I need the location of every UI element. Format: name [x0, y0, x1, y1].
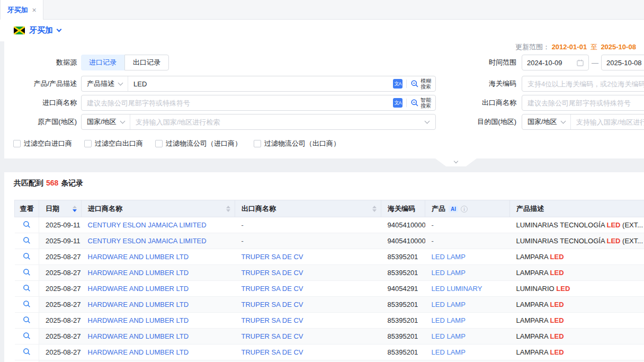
- importer-link[interactable]: HARDWARE AND LUMBER LTD: [88, 332, 189, 340]
- table-row: 2025-08-27 HARDWARE AND LUMBER LTD TRUPE…: [15, 313, 644, 329]
- view-record-button[interactable]: [23, 268, 31, 278]
- smart-search-button[interactable]: 智能 搜索: [410, 97, 435, 109]
- origin-search-input[interactable]: [130, 114, 425, 129]
- destination-country-select[interactable]: 国家/地区: [522, 114, 571, 129]
- sort-icon[interactable]: [226, 206, 230, 212]
- checkbox-filter-logistics-exporter[interactable]: 过滤物流公司（出口商）: [254, 139, 340, 148]
- tab-jamaica[interactable]: 牙买加 ×: [0, 0, 43, 20]
- magnifier-icon: [23, 284, 31, 292]
- checkbox-icon[interactable]: [84, 140, 92, 147]
- collapse-filter-handle[interactable]: [435, 158, 477, 166]
- column-header-importer[interactable]: 进口商名称: [82, 200, 235, 217]
- cell-hs-code: 85395201: [381, 249, 425, 265]
- export-records-tab[interactable]: 出口记录: [124, 55, 169, 70]
- cell-hs-code: 85395201: [381, 313, 425, 329]
- sort-icon[interactable]: [372, 206, 377, 212]
- exporter-link[interactable]: TRUPER SA DE CV: [241, 348, 303, 356]
- country-dropdown-chevron-icon[interactable]: [57, 27, 62, 32]
- importer-link[interactable]: HARDWARE AND LUMBER LTD: [88, 348, 189, 356]
- exporter-link[interactable]: TRUPER SA DE CV: [241, 285, 303, 293]
- product-link[interactable]: LED LAMP: [432, 253, 466, 261]
- import-records-tab[interactable]: 进口记录: [81, 55, 124, 70]
- product-link[interactable]: LED LAMP: [432, 348, 466, 356]
- view-record-button[interactable]: [23, 220, 31, 230]
- view-record-button[interactable]: [23, 348, 31, 357]
- importer-link[interactable]: CENTURY ESLON JAMAICA LIMITED: [88, 221, 207, 229]
- view-record-button[interactable]: [23, 284, 31, 294]
- cell-product-description: LAMPARA LED: [510, 249, 644, 265]
- fuzzy-search-line2: 搜索: [421, 84, 431, 90]
- table-row: 2025-08-27 HARDWARE AND LUMBER LTD TRUPE…: [15, 249, 644, 265]
- sort-icon[interactable]: [73, 206, 77, 212]
- column-header-exporter[interactable]: 出口商名称: [235, 200, 381, 217]
- product-link[interactable]: LED LUMINARY: [432, 285, 482, 293]
- chevron-down-icon[interactable]: [425, 118, 430, 123]
- checkbox-icon[interactable]: [13, 140, 21, 147]
- column-header-date[interactable]: 日期: [39, 200, 82, 217]
- product-link[interactable]: LED LAMP: [432, 269, 466, 277]
- time-range-separator: —: [589, 59, 601, 67]
- country-name: 牙买加: [29, 25, 53, 36]
- importer-input[interactable]: [82, 95, 393, 110]
- cell-hs-code: 85395201: [381, 345, 425, 360]
- importer-link[interactable]: HARDWARE AND LUMBER LTD: [88, 301, 189, 308]
- product-link[interactable]: LED LAMP: [432, 301, 466, 308]
- table-header-row: 查看 日期 进口商名称: [15, 200, 644, 217]
- checkbox-filter-blank-exporter[interactable]: 过滤空白出口商: [84, 139, 143, 148]
- exporter-input[interactable]: [522, 95, 644, 110]
- app-screen: 牙买加 × 牙买加 更新范围： 2012-01-01 至 2025-10-08 …: [0, 0, 644, 362]
- cell-date: 2025-08-27: [39, 265, 82, 281]
- checkbox-icon[interactable]: [254, 140, 261, 147]
- exporter-box: [522, 95, 644, 111]
- magnifier-icon: [23, 316, 31, 324]
- exporter-link[interactable]: TRUPER SA DE CV: [241, 253, 303, 261]
- time-range-end-input[interactable]: 2025-10-08: [601, 55, 644, 70]
- hs-code-input[interactable]: [522, 76, 644, 91]
- time-range-start-input[interactable]: 2024-10-09: [522, 55, 589, 70]
- translate-icon[interactable]: 文A: [393, 98, 402, 108]
- importer-link[interactable]: HARDWARE AND LUMBER LTD: [88, 316, 189, 324]
- cell-product-description: LAMPARA LED: [510, 345, 644, 360]
- divider: [406, 99, 407, 107]
- view-record-button[interactable]: [23, 236, 31, 246]
- table-row: 2025-09-11 CENTURY ESLON JAMAICA LIMITED…: [15, 217, 644, 233]
- hs-code-label: 海关编码: [439, 76, 516, 92]
- translate-icon[interactable]: 文A: [393, 79, 402, 89]
- results-panel: 共匹配到568条记录 查看 日期: [4, 172, 644, 362]
- table-row: 2025-08-27 HARDWARE AND LUMBER LTD TRUPE…: [15, 281, 644, 297]
- exporter-link[interactable]: -: [241, 221, 244, 229]
- search-icon: [410, 99, 419, 107]
- importer-link[interactable]: CENTURY ESLON JAMAICA LIMITED: [88, 237, 207, 245]
- view-record-button[interactable]: [23, 316, 31, 325]
- importer-link[interactable]: HARDWARE AND LUMBER LTD: [88, 285, 189, 293]
- checkbox-icon[interactable]: [155, 140, 163, 147]
- cell-product-description: LUMINARIAS TECNOLOGÍA LED (EXT...: [510, 233, 644, 249]
- product-link[interactable]: -: [432, 221, 434, 229]
- exporter-link[interactable]: TRUPER SA DE CV: [241, 301, 303, 308]
- product-field-select[interactable]: 产品描述: [82, 76, 128, 91]
- product-keyword-input[interactable]: [128, 76, 393, 91]
- fuzzy-search-button[interactable]: 模糊 搜索: [410, 78, 435, 90]
- exporter-link[interactable]: -: [241, 237, 244, 245]
- origin-country-select[interactable]: 国家/地区: [82, 114, 130, 129]
- exporter-link[interactable]: TRUPER SA DE CV: [241, 316, 303, 324]
- match-count: 568: [43, 179, 61, 187]
- info-icon[interactable]: i: [461, 206, 468, 213]
- importer-link[interactable]: HARDWARE AND LUMBER LTD: [88, 269, 189, 277]
- view-record-button[interactable]: [23, 332, 31, 341]
- checkbox-filter-logistics-importer[interactable]: 过滤物流公司（进口商）: [155, 139, 241, 148]
- product-link[interactable]: LED LAMP: [432, 316, 466, 324]
- importer-link[interactable]: HARDWARE AND LUMBER LTD: [88, 253, 189, 261]
- view-record-button[interactable]: [23, 300, 31, 310]
- cell-product-description: LAMPARA LED: [510, 297, 644, 313]
- destination-select-value: 国家/地区: [527, 117, 557, 127]
- tab-close-icon[interactable]: ×: [32, 6, 36, 14]
- destination-search-input[interactable]: [571, 114, 644, 129]
- exporter-link[interactable]: TRUPER SA DE CV: [241, 269, 303, 277]
- checkbox-filter-blank-importer[interactable]: 过滤空白进口商: [13, 139, 72, 148]
- product-link[interactable]: LED LAMP: [432, 332, 466, 340]
- search-icon: [410, 80, 419, 88]
- product-link[interactable]: -: [432, 237, 434, 245]
- view-record-button[interactable]: [23, 252, 31, 262]
- exporter-link[interactable]: TRUPER SA DE CV: [241, 332, 303, 340]
